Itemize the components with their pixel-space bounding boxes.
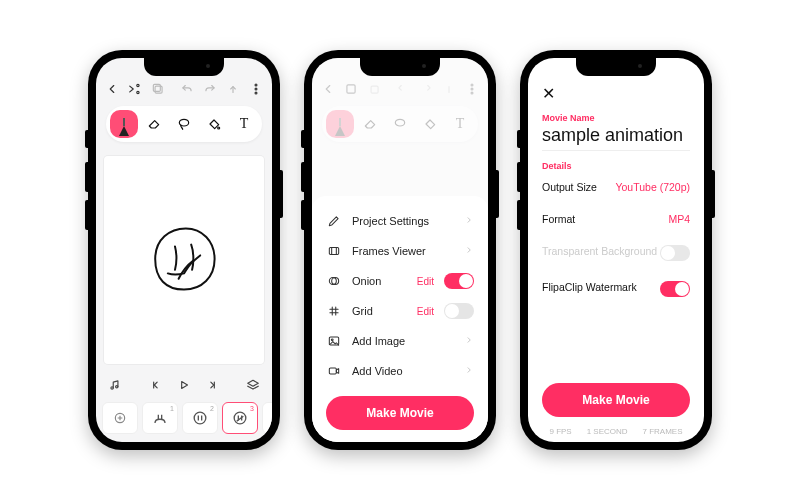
phone-project-sheet: T Project Settings Frames Viewer Onion E… [304, 50, 496, 450]
svg-point-6 [255, 88, 257, 90]
export-stats: 9 FPS 1 SECOND 7 FRAMES [542, 427, 690, 436]
share-icon[interactable] [224, 80, 241, 98]
tool-eraser[interactable] [140, 110, 168, 138]
chevron-right-icon [464, 365, 474, 377]
row-label: Output Size [542, 181, 597, 193]
play-icon[interactable] [175, 376, 193, 394]
svg-rect-2 [155, 86, 162, 93]
row-frames-viewer[interactable]: Frames Viewer [312, 236, 488, 266]
prev-frame-icon[interactable] [147, 376, 165, 394]
redo-icon[interactable] [201, 80, 218, 98]
row-transparent-bg: Transparent Background [542, 235, 690, 271]
scissors-icon[interactable] [127, 80, 144, 98]
chevron-right-icon [464, 335, 474, 347]
grid-icon [326, 303, 342, 319]
svg-rect-45 [329, 368, 336, 374]
svg-point-0 [137, 84, 139, 86]
tool-bucket[interactable] [200, 110, 228, 138]
top-toolbar [96, 78, 272, 100]
bottom-sheet: Project Settings Frames Viewer Onion Edi… [312, 196, 488, 442]
svg-point-10 [111, 387, 113, 389]
svg-point-20 [194, 412, 206, 424]
row-label: FlipaClip Watermark [542, 281, 637, 297]
row-onion[interactable]: Onion Edit [312, 266, 488, 296]
make-movie-button[interactable]: Make Movie [326, 396, 474, 430]
row-output-size[interactable]: Output Size YouTube (720p) [542, 171, 690, 203]
tool-text[interactable]: T [230, 110, 258, 138]
video-icon [326, 363, 342, 379]
row-label: Transparent Background [542, 245, 657, 261]
image-icon [326, 333, 342, 349]
toggle-onion[interactable] [444, 273, 474, 289]
tool-lasso[interactable] [170, 110, 198, 138]
edit-link[interactable]: Edit [417, 276, 434, 287]
movie-name-field[interactable]: sample animation [542, 125, 690, 151]
frames-strip[interactable]: 1 2 3 4 [96, 398, 272, 442]
movie-name-label: Movie Name [542, 113, 690, 123]
svg-point-9 [218, 127, 220, 129]
onion-icon [326, 273, 342, 289]
undo-icon[interactable] [179, 80, 196, 98]
row-value: YouTube (720p) [615, 181, 690, 193]
frames-icon [326, 243, 342, 259]
drawing-tool-pill: T [106, 106, 262, 142]
toggle-grid[interactable] [444, 303, 474, 319]
row-add-video[interactable]: Add Video [312, 356, 488, 386]
frame-add[interactable] [102, 402, 138, 434]
row-grid[interactable]: Grid Edit [312, 296, 488, 326]
svg-point-7 [255, 92, 257, 94]
close-icon[interactable]: ✕ [542, 84, 690, 103]
row-add-image[interactable]: Add Image [312, 326, 488, 356]
phone-make-movie: ✕ Movie Name sample animation Details Ou… [520, 50, 712, 450]
row-project-settings[interactable]: Project Settings [312, 206, 488, 236]
frame-thumb-empty[interactable]: 4 [262, 402, 272, 434]
chevron-right-icon [464, 245, 474, 257]
drawing-canvas[interactable] [104, 156, 264, 364]
row-format[interactable]: Format MP4 [542, 203, 690, 235]
svg-point-11 [116, 386, 118, 388]
row-value: MP4 [668, 213, 690, 225]
edit-link[interactable]: Edit [417, 306, 434, 317]
row-watermark[interactable]: FlipaClip Watermark [542, 271, 690, 307]
svg-rect-34 [329, 248, 338, 255]
svg-point-44 [331, 339, 333, 341]
details-label: Details [542, 161, 690, 171]
more-icon[interactable] [247, 80, 264, 98]
row-label: Format [542, 213, 575, 225]
back-icon[interactable] [104, 80, 121, 98]
frame-thumb[interactable]: 1 [142, 402, 178, 434]
make-movie-button[interactable]: Make Movie [542, 383, 690, 417]
layers-icon[interactable] [244, 376, 262, 394]
chevron-right-icon [464, 215, 474, 227]
svg-point-5 [255, 84, 257, 86]
frame-thumb[interactable]: 2 [182, 402, 218, 434]
frame-thumb-selected[interactable]: 3 [222, 402, 258, 434]
audio-icon[interactable] [106, 376, 124, 394]
next-frame-icon[interactable] [203, 376, 221, 394]
pencil-icon [326, 213, 342, 229]
toggle-transparent [660, 245, 690, 261]
toggle-watermark[interactable] [660, 281, 690, 297]
svg-rect-3 [153, 84, 160, 91]
playback-bar [96, 372, 272, 398]
tool-pen[interactable] [110, 110, 138, 138]
phone-canvas-editor: T 1 2 [88, 50, 280, 450]
svg-marker-46 [336, 369, 338, 374]
copy-icon[interactable] [150, 80, 167, 98]
svg-marker-13 [182, 382, 188, 389]
sketch-drawing [139, 214, 229, 306]
svg-point-1 [137, 91, 139, 93]
